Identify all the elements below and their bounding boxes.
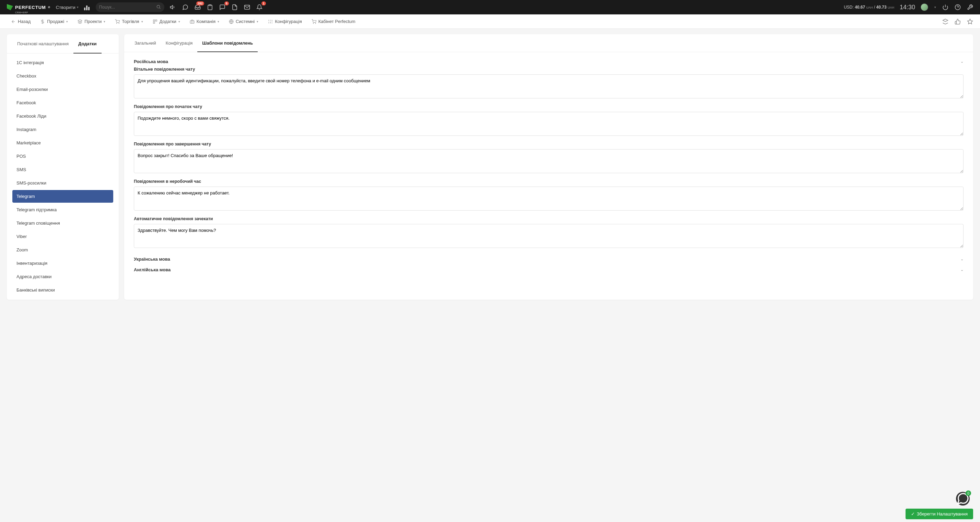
thumbs-up-icon[interactable] — [955, 19, 961, 25]
sidebar-item[interactable]: 1С інтеграція — [12, 56, 113, 69]
briefcase-icon — [190, 19, 194, 24]
wrench-icon[interactable] — [967, 4, 973, 10]
sidebar-item[interactable]: Telegram підтримка — [12, 203, 113, 216]
field-wait-label: Автоматичне повідомлення зачекати — [134, 216, 964, 221]
stats-icon[interactable] — [84, 4, 90, 10]
nav-company[interactable]: Компанія▾ — [186, 16, 223, 27]
mail-icon[interactable] — [244, 4, 250, 10]
tab-templates[interactable]: Шаблони повідомлень — [197, 34, 258, 52]
search-input[interactable] — [99, 5, 154, 10]
field-offhours-label: Повідомлення в неробочий час — [134, 179, 964, 184]
field-offhours-input[interactable] — [134, 187, 964, 211]
sidebar-item[interactable]: Адреса доставки — [12, 270, 113, 283]
sidebar-item[interactable]: Marketplace — [12, 136, 113, 149]
top-icons-left: 282 5 1 — [170, 4, 262, 10]
chevron-down-icon: ▾ — [77, 5, 79, 9]
main-card: Загальний Конфігурація Шаблони повідомле… — [124, 34, 973, 300]
dollar-icon — [40, 19, 45, 24]
search-icon — [156, 5, 161, 10]
field-wait: Автоматичне повідомлення зачекати — [134, 216, 964, 249]
nav-cabinet[interactable]: Кабінет Perfectum — [307, 16, 360, 27]
section-english[interactable]: Англійська мова ⌄ — [134, 265, 964, 275]
sidebar-item[interactable]: Facebook — [12, 96, 113, 109]
section-english-title: Англійська мова — [134, 267, 170, 272]
field-start-input[interactable] — [134, 112, 964, 136]
nav-right-icons — [942, 19, 973, 25]
star-icon[interactable] — [967, 19, 973, 25]
sidebar-item[interactable]: Instagram — [12, 123, 113, 136]
svg-point-10 — [117, 23, 117, 23]
field-end-input[interactable] — [134, 149, 964, 173]
section-ukrainian[interactable]: Українська мова ⌄ — [134, 254, 964, 265]
messages-icon[interactable]: 5 — [219, 4, 226, 10]
nav-config[interactable]: Конфігурація — [264, 16, 306, 27]
sidebar-tab-initial[interactable]: Початкові налаштування — [12, 34, 73, 53]
sidebar-tab-addons[interactable]: Додатки — [73, 34, 102, 53]
power-icon[interactable] — [942, 4, 948, 10]
svg-rect-13 — [156, 19, 157, 21]
nav-projects[interactable]: Проекти▾ — [73, 16, 110, 27]
clock: 14:30 — [900, 4, 915, 11]
sidebar-item[interactable]: Банківські виписки — [12, 284, 113, 296]
svg-point-11 — [119, 23, 119, 23]
help-icon[interactable] — [955, 4, 961, 10]
field-start: Повідомлення про початок чату — [134, 104, 964, 137]
inbox-icon[interactable]: 282 — [194, 4, 201, 10]
cart-icon — [115, 19, 120, 24]
tab-general[interactable]: Загальний — [130, 34, 161, 52]
navbar: Назад Продажі▾ Проекти▾ Торгівля▾ Додатк… — [0, 14, 980, 29]
svg-rect-2 — [209, 5, 211, 6]
sidebar-item[interactable]: SMS-розсилки — [12, 177, 113, 189]
sidebar-item[interactable]: Facebook Ліди — [12, 110, 113, 122]
field-end-label: Повідомлення про завершення чату — [134, 142, 964, 146]
bell-icon[interactable]: 1 — [256, 4, 262, 10]
file-icon[interactable] — [232, 4, 238, 10]
section-ukrainian-title: Українська мова — [134, 257, 170, 262]
sidebar-item[interactable]: Email-розсилки — [12, 83, 113, 96]
avatar[interactable] — [921, 3, 928, 11]
inbox-badge: 282 — [196, 2, 204, 5]
section-russian[interactable]: Російська мова ⌄ — [134, 56, 964, 67]
nav-back[interactable]: Назад — [7, 16, 35, 27]
search-input-wrap[interactable] — [96, 2, 164, 12]
globe-icon — [229, 19, 234, 24]
nav-system[interactable]: Системні▾ — [225, 16, 262, 27]
topbar: PERFECTUM ® CRM+ERP Створити ▾ 282 5 — [0, 0, 980, 14]
stack-icon[interactable] — [942, 19, 948, 25]
user-chevron-icon[interactable]: ▾ — [934, 5, 936, 9]
chat-icon[interactable] — [182, 4, 188, 10]
sidebar-item[interactable]: Checkbox — [12, 70, 113, 83]
nav-trade[interactable]: Торгівля▾ — [111, 16, 147, 27]
layers-icon — [78, 19, 82, 24]
sidebar-item[interactable]: Zoom — [12, 243, 113, 256]
tab-config[interactable]: Конфігурація — [161, 34, 198, 52]
svg-rect-12 — [153, 19, 154, 21]
sidebar-tabs: Початкові налаштування Додатки — [7, 34, 119, 54]
arrow-left-icon — [11, 19, 16, 24]
section-russian-title: Російська мова — [134, 59, 168, 64]
field-welcome-input[interactable] — [134, 75, 964, 98]
sidebar-item[interactable]: Telegram сповіщення — [12, 217, 113, 230]
sidebar-list: 1С інтеграціяCheckboxEmail-розсилкиFaceb… — [7, 54, 119, 300]
shop-icon — [312, 19, 317, 24]
nav-sales[interactable]: Продажі▾ — [36, 16, 72, 27]
sidebar-item[interactable]: SMS — [12, 163, 113, 176]
volume-icon[interactable] — [170, 4, 176, 10]
svg-line-1 — [159, 8, 161, 9]
top-icons-right: ▾ — [921, 3, 973, 11]
logo[interactable]: PERFECTUM ® CRM+ERP — [7, 4, 51, 10]
sidebar-item[interactable]: POS — [12, 150, 113, 163]
svg-point-0 — [157, 5, 159, 8]
field-welcome: Вітальне повідомлення чату — [134, 67, 964, 100]
svg-marker-27 — [968, 19, 973, 24]
nav-addons[interactable]: Додатки▾ — [149, 16, 184, 27]
clipboard-icon[interactable] — [207, 4, 213, 10]
create-button[interactable]: Створити ▾ — [56, 5, 79, 10]
sidebar-item[interactable]: Viber — [12, 230, 113, 243]
svg-rect-15 — [190, 21, 194, 23]
currency-display: USD: 40.67 UAH / 40.73 UAH — [844, 5, 894, 10]
sidebar-item[interactable]: Telegram — [12, 190, 113, 203]
chevron-down-icon: ⌄ — [961, 257, 964, 261]
sidebar-item[interactable]: Інвентаризація — [12, 257, 113, 270]
field-wait-input[interactable] — [134, 224, 964, 248]
